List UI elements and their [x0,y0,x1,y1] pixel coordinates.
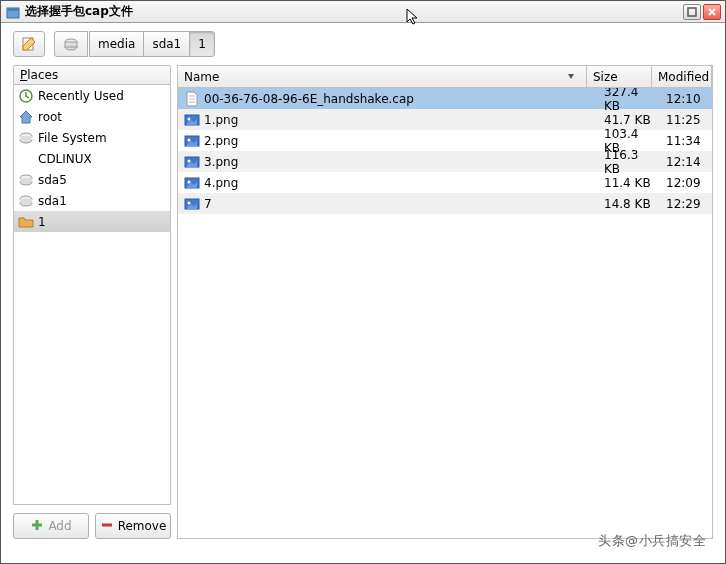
file-row[interactable]: 4.png11.4 KB12:09 [178,172,712,193]
place-item-sda5[interactable]: sda5 [14,169,170,190]
close-button[interactable] [703,4,721,20]
svg-rect-2 [688,8,696,16]
file-size: 14.8 KB [598,197,660,211]
file-list-header: Name Size Modified [178,66,712,88]
svg-point-20 [188,138,191,141]
image-icon [184,196,200,212]
place-item-root[interactable]: root [14,106,170,127]
file-name: 00-36-76-08-96-6E_handshake.cap [204,92,414,106]
place-item-recently-used[interactable]: Recently Used [14,85,170,106]
svg-rect-13 [20,178,32,182]
file-modified: 12:29 [660,197,712,211]
svg-rect-6 [65,42,77,47]
places-header[interactable]: Places [13,65,171,85]
file-name: 3.png [204,155,238,169]
places-list: Recently UsedrootFile SystemCDLINUXsda5s… [13,85,171,505]
column-size[interactable]: Size [587,66,652,87]
place-item-sda1[interactable]: sda1 [14,190,170,211]
svg-rect-16 [20,199,32,203]
place-label: sda1 [38,194,67,208]
image-icon [184,112,200,128]
edit-path-button[interactable] [13,31,45,57]
file-row[interactable]: 3.png116.3 KB12:14 [178,151,712,172]
file-row[interactable]: 00-36-76-08-96-6E_handshake.cap327.4 KB1… [178,88,712,109]
recent-icon [18,88,34,104]
place-item-cdlinux[interactable]: CDLINUX [14,148,170,169]
add-bookmark-button[interactable]: Add [13,513,89,539]
folder-icon [18,214,34,230]
place-label: Recently Used [38,89,124,103]
file-modified: 11:25 [660,113,712,127]
remove-bookmark-button[interactable]: Remove [95,513,171,539]
maximize-button[interactable] [683,4,701,20]
file-list-area: Name Size Modified 00-36-76-08-96-6E_han… [177,65,713,539]
breadcrumb-segment-1[interactable]: 1 [189,31,215,57]
sort-descending-icon [566,70,576,84]
blank-icon [18,151,34,167]
place-label: CDLINUX [38,152,92,166]
toolbar: mediasda11 [1,23,725,65]
dialog-button-bar [1,547,725,563]
file-name: 7 [204,197,212,211]
minus-icon [100,518,114,535]
titlebar: 选择握手包cap文件 [1,1,725,23]
file-list-body[interactable]: 00-36-76-08-96-6E_handshake.cap327.4 KB1… [178,88,712,538]
breadcrumb-root-button[interactable] [54,31,88,57]
plus-icon [30,518,44,535]
svg-point-22 [188,159,191,162]
file-size: 41.7 KB [598,113,660,127]
file-modified: 11:34 [660,134,712,148]
file-modified: 12:10 [660,92,712,106]
file-modified: 12:14 [660,155,712,169]
svg-point-24 [188,180,191,183]
image-icon [184,154,200,170]
file-row[interactable]: 714.8 KB12:29 [178,193,712,214]
file-name: 4.png [204,176,238,190]
column-name[interactable]: Name [178,66,587,87]
svg-point-26 [188,201,191,204]
image-icon [184,133,200,149]
place-label: File System [38,131,107,145]
drive-icon [18,130,34,146]
file-icon [184,91,200,107]
file-name: 1.png [204,113,238,127]
place-label: root [38,110,62,124]
places-sidebar: Places Recently UsedrootFile SystemCDLIN… [13,65,171,539]
file-modified: 12:09 [660,176,712,190]
file-chooser-window: 选择握手包cap文件 mediasda11 Places Recently Us… [0,0,726,564]
place-item-file-system[interactable]: File System [14,127,170,148]
drive-icon [18,193,34,209]
column-modified[interactable]: Modified [652,66,712,87]
window-icon [5,5,19,19]
place-item-1[interactable]: 1 [14,211,170,232]
svg-rect-10 [20,136,32,140]
breadcrumb-segment-sda1[interactable]: sda1 [143,31,190,57]
file-size: 11.4 KB [598,176,660,190]
image-icon [184,175,200,191]
file-size: 327.4 KB [598,88,660,113]
svg-rect-1 [7,8,19,11]
drive-icon [18,172,34,188]
breadcrumb-segment-media[interactable]: media [89,31,144,57]
place-label: 1 [38,215,46,229]
home-icon [18,109,34,125]
file-name: 2.png [204,134,238,148]
place-label: sda5 [38,173,67,187]
svg-point-18 [188,117,191,120]
window-title: 选择握手包cap文件 [25,3,683,20]
file-size: 116.3 KB [598,148,660,176]
